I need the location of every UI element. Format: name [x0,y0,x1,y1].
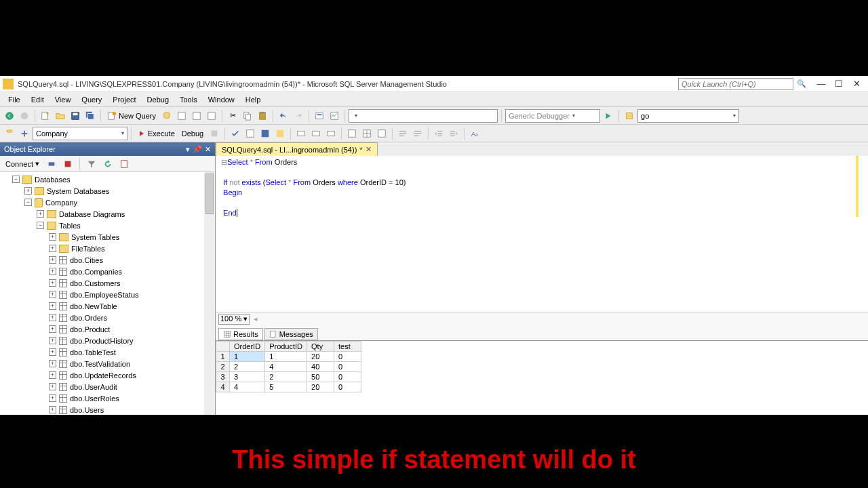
decrease-indent-icon[interactable] [432,127,446,140]
database-combo[interactable]: Company▾ [33,127,127,140]
expand-icon[interactable]: + [24,187,32,195]
expand-icon[interactable]: + [49,268,56,275]
tree-table-item[interactable]: dbo.Users [70,406,104,414]
expand-icon[interactable]: − [12,176,20,183]
results-file-icon[interactable] [375,127,389,140]
tree-node-diagrams[interactable]: Database Diagrams [59,210,125,218]
panel-dropdown-icon[interactable]: ▾ [186,145,190,154]
query-tab[interactable]: SQLQuery4.sql - LI...ingroomadmin (54))*… [216,142,378,156]
cancel-query-icon[interactable] [208,127,221,140]
menu-project[interactable]: Project [107,94,141,105]
tree-scrollbar[interactable] [204,172,215,415]
db-engine-query-icon[interactable] [160,109,174,123]
expand-icon[interactable]: + [37,210,44,218]
expand-icon[interactable]: − [24,199,32,206]
column-header[interactable]: Qty [307,342,334,352]
dmx-query-icon[interactable] [205,109,218,123]
expand-icon[interactable]: + [49,371,56,379]
close-tab-icon[interactable]: ✕ [366,145,372,154]
menu-debug[interactable]: Debug [142,94,174,105]
zoom-combo[interactable]: 100 % ▾ [218,314,250,325]
table-row[interactable]: 111200 [216,352,361,362]
results-grid[interactable]: OrderIDProductIDQtytest 1112002244003325… [216,340,868,415]
menu-edit[interactable]: Edit [26,94,50,105]
undo-icon[interactable] [277,109,290,123]
expand-icon[interactable]: + [49,302,56,310]
new-query-button[interactable]: New Query [104,110,159,122]
tree-node-systables[interactable]: System Tables [71,233,119,241]
tree-node-company[interactable]: Company [45,199,77,207]
tree-table-item[interactable]: dbo.EmployeeStatus [70,291,139,299]
include-live-icon[interactable] [324,127,338,140]
database-tree[interactable]: −Databases +System Databases −Company +D… [0,172,215,415]
tree-table-item[interactable]: dbo.UserRoles [70,394,119,403]
tree-table-item[interactable]: dbo.ProductHistory [70,337,134,345]
intellisense-icon[interactable] [273,127,287,140]
expand-icon[interactable]: + [49,245,56,252]
display-plan-icon[interactable] [243,127,257,140]
search-icon[interactable]: 🔍 [796,79,807,89]
save-all-icon[interactable] [83,109,97,123]
column-header[interactable]: OrderID [230,342,265,352]
paste-icon[interactable] [256,109,269,123]
debugger-combo[interactable]: Generic Debugger▾ [505,109,600,123]
expand-icon[interactable]: + [49,279,56,287]
use-db-icon[interactable] [3,127,16,140]
parse-icon[interactable] [229,127,242,140]
expand-icon[interactable]: + [49,406,56,413]
menu-tools[interactable]: Tools [174,94,203,105]
connect-button[interactable]: Connect ▾ [3,158,42,169]
debug-button[interactable]: Debug [179,128,206,139]
expand-icon[interactable]: + [49,348,56,356]
uncomment-icon[interactable] [411,127,425,140]
solution-config-combo[interactable]: ▾ [349,109,498,123]
include-stats-icon[interactable] [309,127,323,140]
hscroll-left-icon[interactable]: ◂ [254,314,258,323]
increase-indent-icon[interactable] [447,127,460,140]
results-text-icon[interactable] [345,127,359,140]
mdx-query-icon[interactable] [190,109,203,123]
expand-icon[interactable]: + [49,314,56,321]
activity-monitor-icon[interactable] [328,109,341,123]
script-icon[interactable] [117,157,131,171]
registered-servers-icon[interactable] [623,109,636,123]
messages-tab[interactable]: Messages [264,328,318,340]
expand-icon[interactable]: + [49,325,56,333]
menu-file[interactable]: File [3,94,26,105]
menu-view[interactable]: View [50,94,77,105]
redo-icon[interactable] [292,109,305,123]
tree-node-filetables[interactable]: FileTables [71,245,105,253]
tree-table-item[interactable]: dbo.TestValidation [70,360,130,368]
save-icon[interactable] [68,109,82,123]
table-row[interactable]: 332500 [216,372,361,382]
expand-icon[interactable]: + [49,394,56,402]
refresh-icon[interactable] [101,157,115,171]
expand-icon[interactable]: + [49,233,56,241]
tree-table-item[interactable]: dbo.UpdateRecords [70,371,136,380]
menu-window[interactable]: Window [203,94,240,105]
tree-table-item[interactable]: dbo.Cities [70,256,103,264]
expand-icon[interactable]: + [49,337,56,344]
expand-icon[interactable]: + [49,256,56,264]
minimize-button[interactable]: — [812,77,830,91]
menu-help[interactable]: Help [240,94,267,105]
expand-icon[interactable]: + [49,360,56,367]
tree-table-item[interactable]: dbo.Companies [70,268,122,276]
close-button[interactable]: ✕ [848,77,865,91]
tree-node-sysdb[interactable]: System Databases [47,187,109,195]
stop-icon[interactable] [61,157,75,171]
table-row[interactable]: 224400 [216,362,361,372]
execute-button[interactable]: Execute [135,128,178,139]
panel-close-icon[interactable]: ✕ [205,145,211,154]
tree-table-item[interactable]: dbo.Orders [70,314,107,322]
sql-editor[interactable]: ⊟Select * From Orders If not exists (Sel… [216,156,868,312]
table-row[interactable]: 445200 [216,382,361,392]
back-button[interactable] [3,109,16,123]
find-icon[interactable] [313,109,326,123]
tree-node-tables[interactable]: Tables [59,222,81,230]
expand-icon[interactable]: + [49,383,56,390]
tree-table-item[interactable]: dbo.Product [70,325,110,333]
column-header[interactable]: test [334,342,361,352]
column-header[interactable]: ProductID [265,342,307,352]
results-grid-icon[interactable] [360,127,374,140]
